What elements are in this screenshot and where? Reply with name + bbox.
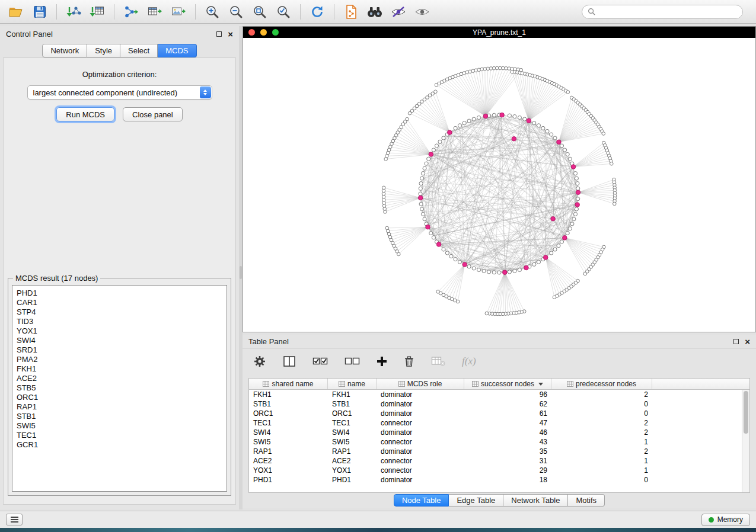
table-row[interactable]: SWI4SWI4dominator462	[249, 428, 742, 437]
column-header-name[interactable]: name	[328, 379, 377, 389]
function-builder-button[interactable]: f(x)	[462, 355, 476, 367]
result-node[interactable]: RAP1	[17, 402, 227, 412]
unselect-all-button[interactable]	[344, 356, 360, 367]
table-row[interactable]: ORC1ORC1dominator610	[249, 409, 742, 418]
table-row[interactable]: PHD1PHD1dominator180	[249, 475, 742, 485]
result-node[interactable]: FKH1	[17, 364, 227, 374]
close-panel-icon[interactable]: ×	[745, 337, 750, 346]
column-header-predecessor-nodes[interactable]: predecessor nodes	[551, 379, 652, 389]
optimization-criterion-dropdown[interactable]: largest connected component (undirected)	[27, 85, 212, 100]
hamburger-icon	[11, 517, 18, 523]
table-row[interactable]: TEC1TEC1connector472	[249, 418, 742, 428]
zoom-window-traffic-light[interactable]	[272, 29, 279, 36]
column-header-successor-nodes[interactable]: successor nodes	[464, 379, 551, 389]
result-node[interactable]: GCR1	[17, 440, 227, 450]
result-node[interactable]: STB5	[17, 383, 227, 393]
table-scrollbar[interactable]	[742, 390, 749, 492]
panel-menu-button[interactable]	[6, 514, 23, 525]
result-node[interactable]: TEC1	[17, 431, 227, 440]
zoom-out-icon	[228, 4, 244, 20]
select-all-button[interactable]	[312, 356, 328, 367]
result-node[interactable]: SWI5	[17, 421, 227, 431]
node-table-body[interactable]: FKH1FKH1dominator962STB1STB1dominator620…	[249, 390, 742, 492]
zoom-selected-button[interactable]	[272, 2, 295, 21]
table-row[interactable]: FKH1FKH1dominator962	[249, 390, 742, 399]
table-row[interactable]: YOX1YOX1connector291	[249, 466, 742, 475]
save-floppy-icon	[33, 5, 47, 19]
run-mcds-button[interactable]: Run MCDS	[56, 107, 114, 121]
result-node[interactable]: PMA2	[17, 355, 227, 364]
hide-graphics-button[interactable]	[387, 2, 410, 21]
table-row[interactable]: STB1STB1dominator620	[249, 399, 742, 409]
table-row[interactable]: ACE2ACE2connector311	[249, 456, 742, 466]
trash-icon	[404, 355, 414, 367]
tab-mcds[interactable]: MCDS	[158, 44, 196, 57]
import-network-button[interactable]	[62, 2, 85, 21]
export-image-button[interactable]	[167, 2, 190, 21]
share-document-button[interactable]	[340, 2, 362, 21]
tab-network[interactable]: Network	[42, 44, 87, 57]
show-graphics-button[interactable]	[411, 2, 433, 21]
cell-successor-nodes: 61	[464, 409, 551, 418]
cell-name: ACE2	[328, 457, 377, 465]
float-window-icon[interactable]	[733, 339, 739, 344]
cell-name: ORC1	[328, 409, 377, 418]
result-node[interactable]: YOX1	[17, 326, 227, 336]
table-row[interactable]: RAP1RAP1dominator352	[249, 447, 742, 456]
close-panel-button[interactable]: Close panel	[123, 107, 183, 121]
result-node[interactable]: STB1	[17, 412, 227, 421]
refresh-button[interactable]	[306, 2, 328, 21]
cell-name: RAP1	[328, 447, 377, 456]
table-settings-button[interactable]	[253, 355, 266, 368]
tab-style[interactable]: Style	[87, 44, 120, 57]
save-session-button[interactable]	[28, 2, 51, 21]
tab-network-table[interactable]: Network Table	[503, 494, 568, 507]
search-input[interactable]	[599, 8, 737, 16]
result-node[interactable]: ACE2	[17, 374, 227, 383]
cell-successor-nodes: 47	[464, 419, 551, 427]
scrollbar-thumb[interactable]	[744, 391, 748, 434]
cell-name: TEC1	[328, 419, 377, 427]
network-canvas[interactable]	[243, 38, 755, 332]
tab-select[interactable]: Select	[120, 44, 158, 57]
tab-node-table[interactable]: Node Table	[394, 494, 449, 507]
zoom-in-button[interactable]	[201, 2, 224, 21]
splitter-handle[interactable]	[240, 266, 242, 279]
close-panel-icon[interactable]: ×	[228, 30, 233, 39]
cell-successor-nodes: 62	[464, 400, 551, 408]
search-network-button[interactable]	[363, 2, 386, 21]
result-node[interactable]: PHD1	[17, 289, 227, 298]
network-graph[interactable]	[243, 38, 755, 332]
tab-edge-table[interactable]: Edge Table	[449, 494, 503, 507]
zoom-fit-button[interactable]	[248, 2, 271, 21]
result-node[interactable]: STP4	[17, 307, 227, 317]
result-node[interactable]: CAR1	[17, 298, 227, 307]
sort-dropdown-icon[interactable]	[538, 383, 543, 386]
add-column-button[interactable]	[377, 356, 387, 367]
open-file-button[interactable]	[5, 2, 27, 21]
zoom-out-button[interactable]	[225, 2, 247, 21]
result-node[interactable]: SWI4	[17, 336, 227, 345]
close-window-traffic-light[interactable]	[248, 29, 255, 36]
column-header-MCDS-role[interactable]: MCDS role	[377, 379, 464, 389]
column-header-shared-name[interactable]: shared name	[249, 379, 328, 389]
global-search-field[interactable]	[582, 5, 743, 19]
import-table-button[interactable]	[86, 2, 109, 21]
mcds-result-list[interactable]: PHD1CAR1STP4TID3YOX1SWI4SRD1PMA2FKH1ACE2…	[12, 285, 227, 492]
network-window-titlebar[interactable]: YPA_prune.txt_1	[243, 27, 755, 38]
dropdown-stepper-icon[interactable]	[200, 86, 211, 98]
show-columns-button[interactable]	[283, 355, 296, 367]
result-node[interactable]: TID3	[17, 317, 227, 326]
table-row[interactable]: SWI5SWI5connector431	[249, 437, 742, 447]
tab-motifs[interactable]: Motifs	[568, 494, 605, 507]
memory-button[interactable]: Memory	[701, 514, 750, 526]
minimize-window-traffic-light[interactable]	[260, 29, 267, 36]
result-node[interactable]: ORC1	[17, 393, 227, 402]
delete-column-button[interactable]	[404, 355, 414, 367]
result-node[interactable]: SRD1	[17, 345, 227, 355]
export-table-button[interactable]	[143, 2, 166, 21]
zoom-in-icon	[205, 4, 220, 20]
export-network-button[interactable]	[120, 2, 142, 21]
cell-successor-nodes: 29	[464, 466, 551, 475]
float-window-icon[interactable]	[216, 31, 222, 37]
